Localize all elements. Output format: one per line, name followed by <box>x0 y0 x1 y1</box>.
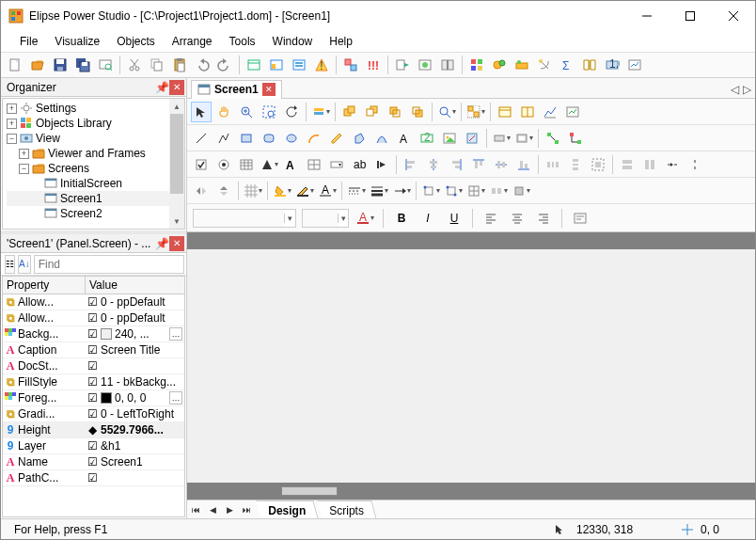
pan-icon[interactable] <box>213 102 234 122</box>
tab-design[interactable]: Design <box>256 500 318 519</box>
chart-icon[interactable] <box>540 102 560 122</box>
space-v-icon[interactable] <box>685 154 705 175</box>
menu-file[interactable]: File <box>12 33 45 50</box>
tool-f-icon[interactable] <box>415 55 435 75</box>
send-back-icon[interactable] <box>362 102 383 122</box>
undo-icon[interactable] <box>192 55 213 75</box>
view4-icon[interactable] <box>562 102 583 122</box>
line-icon[interactable] <box>191 128 212 149</box>
tool-warn-icon[interactable]: ! <box>311 55 332 75</box>
copy-icon[interactable] <box>147 55 167 75</box>
tool-b-icon[interactable] <box>266 55 287 75</box>
tab-scripts[interactable]: Scripts <box>317 500 376 519</box>
nav-first-icon[interactable]: ⏮ <box>187 501 204 518</box>
align-bot-icon[interactable] <box>513 154 534 175</box>
zoom-drop-icon[interactable] <box>436 102 457 122</box>
prop-row[interactable]: ADocSt...☑ <box>3 358 184 374</box>
dist-h-icon[interactable] <box>543 154 563 175</box>
shape1-icon[interactable] <box>491 128 512 149</box>
table-icon[interactable] <box>304 154 324 175</box>
txtalign-left-icon[interactable] <box>480 209 501 228</box>
same-w-icon[interactable] <box>617 154 638 175</box>
anchor3-icon[interactable] <box>465 181 486 201</box>
preview-icon[interactable] <box>95 55 116 75</box>
shape2-icon[interactable] <box>513 128 534 149</box>
bold-button[interactable]: B <box>391 209 412 228</box>
doc-tab-close-icon[interactable]: ✕ <box>262 83 276 96</box>
prop-row[interactable]: ⧉FillStyle☑11 - bkBackg... <box>3 374 184 390</box>
tree-node[interactable]: InitialScreen <box>7 176 184 191</box>
prop-row[interactable]: Backg...☑240, ...… <box>3 326 184 342</box>
arc-icon[interactable] <box>304 128 324 149</box>
flip-h-icon[interactable] <box>191 181 212 201</box>
tree-node[interactable]: −View <box>7 131 184 146</box>
txtalign-right-icon[interactable] <box>533 209 554 228</box>
anchor5-icon[interactable] <box>511 181 531 201</box>
view2-icon[interactable] <box>517 102 538 122</box>
tool-j-icon[interactable] <box>512 55 532 75</box>
display-icon[interactable]: 2 <box>417 128 437 149</box>
prop-cat-button[interactable]: ☷ <box>5 255 15 274</box>
draw-tool-icon[interactable] <box>462 128 482 149</box>
prop-row[interactable]: 9Layer☑&h1 <box>3 438 184 454</box>
tool-sigma-icon[interactable]: Σ <box>557 55 577 75</box>
layers-icon[interactable] <box>310 102 331 122</box>
bigtext-icon[interactable]: A <box>281 154 302 175</box>
backward-icon[interactable] <box>407 102 428 122</box>
curve-icon[interactable] <box>371 128 392 149</box>
lineweight-icon[interactable] <box>369 181 389 201</box>
polygon-icon[interactable] <box>349 128 370 149</box>
tool-i-icon[interactable] <box>489 55 510 75</box>
doc-tab[interactable]: Screen1 ✕ <box>191 80 282 99</box>
tool-m-icon[interactable] <box>624 55 645 75</box>
tool-book-icon[interactable] <box>579 55 600 75</box>
menu-help[interactable]: Help <box>322 33 360 50</box>
prop-sort-button[interactable]: A↓ <box>18 255 31 274</box>
prop-row[interactable]: Foreg...☑0, 0, 0… <box>3 390 184 406</box>
prop-row[interactable]: ⧉Allow...☑0 - ppDefault <box>3 294 184 310</box>
paste-icon[interactable] <box>169 55 190 75</box>
tool-h-icon[interactable] <box>466 55 487 75</box>
open-icon[interactable] <box>27 55 48 75</box>
tool-a-icon[interactable] <box>244 55 264 75</box>
tree-node[interactable]: +Viewer and Frames <box>7 146 184 161</box>
grid-icon[interactable] <box>236 154 257 175</box>
tool1-icon[interactable] <box>371 154 392 175</box>
prop-row[interactable]: 9Height◆5529.7966... <box>3 422 184 438</box>
saveall-icon[interactable] <box>72 55 93 75</box>
tool-export-icon[interactable] <box>392 55 413 75</box>
pin-icon[interactable]: 📌 <box>154 81 169 94</box>
tree-node[interactable]: +Objects Library <box>7 116 184 131</box>
nav-last-icon[interactable]: ⏭ <box>238 501 255 518</box>
pointer-icon[interactable] <box>191 102 212 122</box>
redo-icon[interactable] <box>214 55 235 75</box>
prop-row[interactable]: AName☑Screen1 <box>3 454 184 470</box>
tree-node[interactable]: +Settings <box>7 101 184 116</box>
menu-arrange[interactable]: Arrange <box>165 33 220 50</box>
zoomarea-icon[interactable] <box>259 102 279 122</box>
prop-row[interactable]: ⧉Allow...☑0 - ppDefault <box>3 310 184 326</box>
tab-prev-icon[interactable]: ◁ <box>731 83 739 96</box>
font-family-combo[interactable]: ▾ <box>193 209 296 228</box>
linestyle-icon[interactable] <box>346 181 367 201</box>
fillcolor-icon[interactable] <box>272 181 292 201</box>
rect-icon[interactable] <box>236 128 257 149</box>
gridsnap-icon[interactable] <box>243 181 263 201</box>
tool-d-icon[interactable] <box>340 55 361 75</box>
view1-icon[interactable] <box>495 102 515 122</box>
close-panel-icon[interactable]: ✕ <box>169 236 184 251</box>
menu-objects[interactable]: Objects <box>109 33 163 50</box>
tool-g-icon[interactable] <box>437 55 458 75</box>
ellipse-icon[interactable] <box>281 128 302 149</box>
image-icon[interactable] <box>439 128 460 149</box>
align-left-icon[interactable] <box>401 154 421 175</box>
anchor2-icon[interactable] <box>443 181 464 201</box>
tool-l-icon[interactable]: 1.0 <box>602 55 622 75</box>
prop-row[interactable]: ⧉Gradi...☑0 - LeftToRight <box>3 406 184 422</box>
pin-icon[interactable]: 📌 <box>154 237 169 250</box>
minimize-button[interactable] <box>625 2 669 30</box>
align-top-icon[interactable] <box>468 154 489 175</box>
tree-node[interactable]: Screen2 <box>7 206 184 221</box>
cut-icon[interactable] <box>124 55 145 75</box>
zoomin-icon[interactable] <box>236 102 257 122</box>
